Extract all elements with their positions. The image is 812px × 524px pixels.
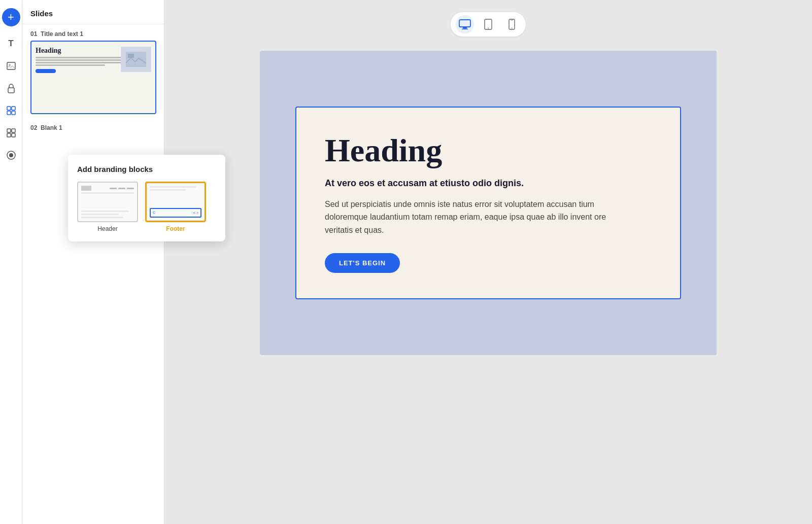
branding-popup: Add branding blocks [68, 155, 225, 241]
branding-blocks-row: Header © < > [77, 182, 216, 232]
svg-rect-1 [9, 64, 11, 66]
svg-rect-9 [7, 133, 11, 137]
header-block-label: Header [97, 225, 117, 232]
slide-card: Heading At vero eos et accusam at etiust… [295, 107, 681, 299]
main-area: Heading At vero eos et accusam at etiust… [164, 0, 812, 524]
slides-panel: Slides 01 Title and text 1 Heading [22, 0, 164, 524]
svg-rect-7 [7, 129, 11, 132]
svg-rect-3 [7, 107, 11, 110]
svg-point-12 [9, 153, 13, 157]
svg-point-22 [511, 28, 512, 29]
svg-rect-15 [459, 20, 470, 27]
slide-1-thumb-btn [36, 69, 56, 73]
branding-popup-title: Add branding blocks [77, 165, 216, 173]
record-tool-button[interactable] [2, 146, 20, 164]
device-toggle [451, 12, 526, 37]
svg-point-19 [488, 28, 489, 29]
slide-1-label: 01 Title and text 1 [30, 30, 156, 38]
image-tool-button[interactable] [2, 57, 20, 75]
slide-body: Sed ut perspiciatis unde omnis iste natu… [325, 198, 609, 237]
slide-subheading: At vero eos et accusam at etiusto odio d… [325, 177, 652, 190]
svg-rect-6 [12, 111, 15, 115]
svg-rect-16 [463, 27, 467, 29]
svg-rect-4 [12, 107, 15, 110]
svg-rect-8 [12, 129, 15, 132]
svg-rect-5 [7, 111, 11, 115]
slide-item-1[interactable]: 01 Title and text 1 Heading [22, 24, 164, 118]
slide-item-2[interactable]: 02 Blank 1 [22, 118, 164, 138]
svg-rect-17 [462, 29, 468, 30]
puzzle-tool-button[interactable] [2, 124, 20, 142]
tablet-device-button[interactable] [479, 15, 497, 33]
slide-1-thumbnail[interactable]: Heading [30, 41, 156, 114]
svg-rect-10 [12, 133, 15, 137]
svg-rect-21 [511, 20, 513, 21]
slide-cta-button[interactable]: LET'S BEGIN [325, 253, 400, 273]
svg-rect-14 [128, 54, 134, 58]
icon-sidebar: + T [0, 0, 22, 524]
text-tool-button[interactable]: T [2, 34, 20, 53]
svg-rect-0 [7, 62, 15, 69]
mobile-device-button[interactable] [502, 15, 521, 33]
footer-block-item[interactable]: © < > Footer [145, 182, 206, 232]
footer-block-thumb[interactable]: © < > [145, 182, 206, 222]
slide-1-thumb-image [121, 47, 151, 72]
slide-preview-area: Heading At vero eos et accusam at etiust… [260, 51, 717, 355]
blocks-tool-button[interactable] [2, 101, 20, 120]
header-block-thumb[interactable] [77, 182, 138, 222]
svg-rect-2 [8, 88, 14, 93]
slide-2-label: 02 Blank 1 [30, 124, 156, 131]
slides-header: Slides [22, 0, 164, 24]
lock-tool-button[interactable] [2, 79, 20, 97]
header-block-item[interactable]: Header [77, 182, 138, 232]
footer-block-label: Footer [166, 225, 185, 232]
add-button[interactable]: + [2, 8, 20, 26]
slide-heading: Heading [325, 133, 652, 168]
desktop-device-button[interactable] [456, 15, 474, 33]
footer-thumb-inner: © < > [150, 208, 201, 218]
